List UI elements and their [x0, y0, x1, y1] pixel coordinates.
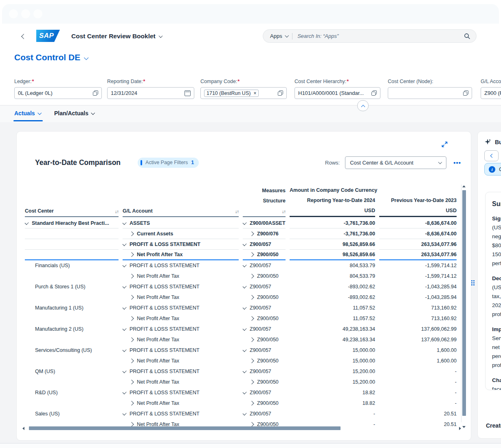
table-row[interactable]: Net Profit After TaxZ900/05011,057.52713…: [17, 313, 471, 324]
vertical-scrollbar-thumb[interactable]: [462, 190, 466, 416]
tab-actuals[interactable]: Actuals: [14, 110, 41, 116]
scroll-down-arrow-icon[interactable]: [462, 426, 466, 428]
ledger-value[interactable]: 0L (Ledger 0L): [18, 90, 90, 96]
cost-center-node-field[interactable]: [388, 87, 472, 99]
collapse-node-icon[interactable]: [123, 411, 127, 415]
remove-token-icon[interactable]: ×: [253, 90, 256, 96]
window-control-dot[interactable]: [33, 9, 42, 18]
horizontal-scrollbar-thumb[interactable]: [29, 426, 341, 430]
table-row[interactable]: R&D (US)PROFIT & LOSS STATEMENTZ900/0571…: [17, 387, 471, 398]
cost-center-hierarchy-value[interactable]: H101/A000/0001 (Standar...: [298, 90, 369, 96]
expand-node-icon[interactable]: [129, 337, 134, 342]
sap-logo[interactable]: SAP: [36, 30, 60, 42]
expand-node-icon[interactable]: [129, 316, 134, 321]
collapse-node-icon[interactable]: [243, 390, 247, 394]
panel-back-button[interactable]: [484, 150, 499, 161]
search-scope-select[interactable]: Apps: [263, 33, 292, 39]
expand-node-icon[interactable]: [249, 380, 254, 384]
vertical-scrollbar[interactable]: [461, 184, 466, 422]
scroll-up-arrow-icon[interactable]: [462, 185, 466, 187]
back-button[interactable]: [20, 33, 28, 41]
rows-dimension-select[interactable]: Cost Center & G/L Account: [345, 156, 446, 169]
collapse-node-icon[interactable]: [243, 284, 247, 288]
table-row[interactable]: PROFIT & LOSS STATEMENTZ900/05798,526,85…: [17, 239, 471, 250]
collapse-node-icon[interactable]: [123, 241, 127, 246]
create-button[interactable]: Create: [486, 422, 501, 429]
fullscreen-icon[interactable]: [441, 141, 448, 149]
company-code-field[interactable]: 1710 (BestRun US) ×: [200, 87, 287, 99]
expand-node-icon[interactable]: [129, 295, 134, 299]
collapse-node-icon[interactable]: [123, 326, 127, 331]
reporting-date-field[interactable]: 12/31/2024: [107, 87, 194, 99]
table-row[interactable]: Net Profit After TaxZ900/050-893,002.62-…: [17, 292, 471, 303]
column-header-cost-center[interactable]: Cost Center↓↑: [25, 183, 119, 217]
expand-node-icon[interactable]: [129, 401, 134, 405]
column-header-ytd-2024[interactable]: Amount in Company Code Currency Reportin…: [290, 183, 375, 217]
column-header-gl-account[interactable]: G/L Account↓↑: [123, 183, 239, 217]
collapse-filter-bar-button[interactable]: [357, 100, 369, 111]
table-row[interactable]: Manufacturing 2 (US)PROFIT & LOSS STATEM…: [17, 324, 471, 334]
page-title-menu[interactable]: Cost Control DE: [14, 53, 88, 62]
sort-icon[interactable]: ↓↑: [235, 209, 239, 214]
search-icon[interactable]: [464, 33, 470, 40]
expand-node-icon[interactable]: [249, 358, 254, 363]
window-control-dot[interactable]: [9, 9, 18, 18]
expand-node-icon[interactable]: [129, 252, 134, 257]
expand-node-icon[interactable]: [129, 380, 134, 384]
value-help-icon[interactable]: [93, 90, 98, 96]
table-row[interactable]: Services/Consulting (US)PROFIT & LOSS ST…: [17, 345, 471, 356]
panel-resize-handle[interactable]: [471, 280, 475, 287]
table-row[interactable]: Net Profit After TaxZ900/05018.82-: [17, 398, 471, 408]
collapse-node-icon[interactable]: [243, 411, 247, 415]
table-row[interactable]: Net Profit After TaxZ900/05098,526,859.6…: [17, 250, 471, 260]
app-title-menu[interactable]: Cost Center Review Booklet: [71, 33, 162, 40]
horizontal-scrollbar[interactable]: [22, 426, 455, 430]
expand-node-icon[interactable]: [249, 316, 254, 321]
expand-node-icon[interactable]: [249, 401, 254, 405]
shell-search[interactable]: Apps Search In: “Apps”: [263, 29, 477, 43]
collapse-node-icon[interactable]: [123, 220, 127, 224]
expand-node-icon[interactable]: [249, 274, 254, 278]
table-row[interactable]: Current AssetsZ900/076-3,761,736.00-8,63…: [17, 228, 471, 239]
cost-center-hierarchy-field[interactable]: H101/A000/0001 (Standar...: [294, 87, 380, 99]
collapse-node-icon[interactable]: [243, 326, 247, 331]
gl-account-field[interactable]: Z900 (F: [481, 87, 501, 99]
active-page-filters-badge[interactable]: Active Page Filters 1: [138, 158, 199, 168]
table-row[interactable]: Manufacturing 1 (US)PROFIT & LOSS STATEM…: [17, 303, 471, 313]
value-help-icon[interactable]: [463, 90, 468, 96]
collapse-node-icon[interactable]: [123, 284, 127, 288]
collapse-node-icon[interactable]: [243, 263, 247, 267]
expand-node-icon[interactable]: [249, 231, 254, 236]
table-row[interactable]: Financials (US)PROFIT & LOSS STATEMENTZ9…: [17, 260, 471, 271]
collapse-node-icon[interactable]: [123, 305, 127, 310]
table-row[interactable]: Purch & Stores 1 (US)PROFIT & LOSS STATE…: [17, 281, 471, 292]
search-input[interactable]: Search In: “Apps”: [292, 33, 464, 39]
table-row[interactable]: Net Profit After TaxZ900/05015,000.001,6…: [17, 356, 471, 366]
collapse-node-icon[interactable]: [243, 241, 247, 246]
overflow-menu-button[interactable]: •••: [452, 159, 463, 166]
table-row[interactable]: Standard Hierachy Best Practi...ASSETSZ9…: [17, 218, 471, 228]
expand-node-icon[interactable]: [129, 274, 134, 278]
window-control-dot[interactable]: [21, 9, 30, 18]
collapse-node-icon[interactable]: [123, 347, 127, 352]
info-message-strip[interactable]: i C: [484, 163, 501, 176]
expand-node-icon[interactable]: [249, 337, 254, 342]
expand-node-icon[interactable]: [129, 358, 134, 363]
value-help-icon[interactable]: [371, 90, 377, 96]
collapse-node-icon[interactable]: [243, 369, 247, 373]
reporting-date-value[interactable]: 12/31/2024: [111, 90, 182, 96]
expand-node-icon[interactable]: [129, 231, 134, 236]
gl-account-value[interactable]: Z900 (F: [484, 90, 501, 96]
sort-icon[interactable]: ↓↑: [282, 209, 286, 214]
collapse-node-icon[interactable]: [243, 220, 247, 224]
table-row[interactable]: Sales (US)PROFIT & LOSS STATEMENTZ900/05…: [17, 408, 471, 419]
table-row[interactable]: Net Profit After TaxZ900/05015,200.00-: [17, 377, 471, 387]
ledger-field[interactable]: 0L (Ledger 0L): [14, 87, 102, 99]
collapse-node-icon[interactable]: [243, 347, 247, 352]
tab-plan-actuals[interactable]: Plan/Actuals: [54, 110, 94, 116]
collapse-node-icon[interactable]: [123, 263, 127, 267]
table-row[interactable]: Net Profit After TaxZ900/05049,238,163.3…: [17, 334, 471, 345]
scroll-right-arrow-icon[interactable]: [459, 427, 461, 430]
table-row[interactable]: QM (US)PROFIT & LOSS STATEMENTZ900/05715…: [17, 366, 471, 377]
calendar-icon[interactable]: [185, 90, 191, 96]
